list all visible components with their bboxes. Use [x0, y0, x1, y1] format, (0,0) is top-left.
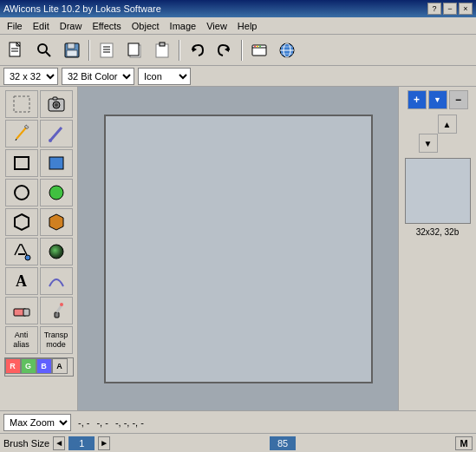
- menu-image[interactable]: Image: [165, 19, 202, 33]
- brush-m-button[interactable]: M: [455, 436, 473, 450]
- tool-row-8: [5, 297, 73, 324]
- pencil-tool[interactable]: [5, 120, 38, 147]
- icon-controls: + ▼ −: [408, 90, 468, 109]
- paste-button[interactable]: [149, 38, 175, 62]
- menu-object[interactable]: Object: [127, 19, 165, 33]
- select-tool[interactable]: [5, 90, 38, 118]
- toolbar: [0, 35, 476, 66]
- coords3: -, -, -, -: [115, 417, 144, 428]
- title-text: AWicons Lite 10.2 by Lokas Software: [3, 3, 161, 14]
- coords1: -, -: [78, 417, 89, 428]
- open-url-button[interactable]: [246, 38, 272, 62]
- bottom-area: Max Zoom 100% 200% 400% 800% -, - -, - -…: [0, 410, 476, 433]
- menu-edit[interactable]: Edit: [28, 19, 55, 33]
- curve-tool[interactable]: [40, 267, 73, 295]
- svg-point-22: [257, 45, 258, 47]
- svg-point-42: [49, 186, 63, 200]
- color-depth-select[interactable]: 32 Bit Color 24 Bit Color 256 Color 16 C…: [62, 68, 134, 85]
- nav-arrows: ▲ ▼: [419, 115, 457, 153]
- hex-outline-tool[interactable]: [5, 208, 38, 236]
- remove-icon-button[interactable]: −: [449, 90, 468, 109]
- text-tool[interactable]: A: [5, 267, 38, 295]
- icon-preview: [405, 158, 471, 224]
- brush-left-arrow[interactable]: ◄: [53, 436, 65, 450]
- brush-value[interactable]: 1: [68, 436, 95, 450]
- svg-line-51: [56, 305, 62, 312]
- new-button[interactable]: [3, 38, 29, 62]
- menu-help[interactable]: Help: [232, 19, 263, 33]
- dropdown-icon-button[interactable]: ▼: [428, 90, 447, 109]
- menu-file[interactable]: File: [2, 19, 28, 33]
- svg-point-52: [60, 303, 63, 306]
- undo-button[interactable]: [184, 38, 210, 62]
- toolbar-sep1: [88, 40, 90, 61]
- gradient-tool[interactable]: [40, 238, 73, 265]
- svg-line-37: [50, 128, 62, 141]
- svg-point-38: [49, 139, 52, 142]
- minimize-button[interactable]: −: [443, 3, 457, 15]
- toolbox: A Antialias Transpmode R G B A: [0, 87, 78, 410]
- menu-view[interactable]: View: [201, 19, 232, 33]
- tool-row-7: A: [5, 267, 73, 295]
- globe-button[interactable]: [274, 38, 300, 62]
- title-bar: AWicons Lite 10.2 by Lokas Software ? − …: [0, 0, 476, 17]
- dropper-tool[interactable]: [40, 297, 73, 324]
- coords2: -, -: [96, 417, 108, 428]
- canvas-area[interactable]: [78, 87, 398, 410]
- size-select[interactable]: 32 x 32 16 x 16 48 x 48 64 x 64: [3, 68, 58, 85]
- toolbar-sep2: [179, 40, 180, 61]
- transpmode-tool[interactable]: Transpmode: [40, 326, 73, 354]
- channel-g[interactable]: G: [21, 358, 36, 374]
- menu-draw[interactable]: Draw: [55, 19, 88, 33]
- arrow-up[interactable]: ▲: [438, 115, 457, 134]
- svg-rect-29: [14, 96, 29, 112]
- camera-tool[interactable]: [40, 90, 73, 118]
- tool-row-4: [5, 179, 73, 206]
- drawing-canvas[interactable]: [104, 115, 373, 383]
- svg-marker-44: [49, 214, 63, 230]
- channel-a[interactable]: A: [52, 358, 68, 374]
- zoom-select[interactable]: Max Zoom 100% 200% 400% 800%: [3, 414, 71, 431]
- zoom-button[interactable]: [31, 38, 57, 62]
- tool-row-9: Antialias Transpmode: [5, 326, 73, 354]
- close-button[interactable]: ×: [459, 3, 473, 15]
- copy-button[interactable]: [121, 38, 147, 62]
- svg-rect-49: [23, 309, 29, 316]
- tool-row-2: [5, 120, 73, 147]
- redo-button[interactable]: [212, 38, 238, 62]
- fill-tool[interactable]: [5, 238, 38, 265]
- help-button[interactable]: ?: [427, 3, 441, 15]
- antialias-tool[interactable]: Antialias: [5, 326, 38, 354]
- menu-effects[interactable]: Effects: [87, 19, 126, 33]
- svg-rect-16: [160, 43, 165, 46]
- svg-rect-50: [55, 312, 59, 318]
- tool-row-3: [5, 149, 73, 177]
- circle-fill-tool[interactable]: [40, 179, 73, 206]
- circle-outline-tool[interactable]: [5, 179, 38, 206]
- right-panel: + ▼ − ▲ ▼ 32x32, 32b: [398, 87, 476, 410]
- brush-bar: Brush Size ◄ 1 ► 85 M: [0, 433, 476, 452]
- channel-r[interactable]: R: [5, 358, 21, 374]
- hex-fill-tool[interactable]: [40, 208, 73, 236]
- svg-rect-7: [68, 43, 75, 49]
- svg-point-41: [15, 186, 29, 200]
- rect-fill-tool[interactable]: [40, 149, 73, 177]
- svg-rect-9: [101, 43, 113, 57]
- brush-right-value[interactable]: 85: [270, 436, 296, 450]
- color-row: R G B A: [4, 357, 74, 377]
- svg-line-34: [16, 127, 27, 139]
- toolbar-sep3: [241, 40, 243, 61]
- cut-button[interactable]: [94, 38, 120, 62]
- rect-outline-tool[interactable]: [5, 149, 38, 177]
- add-icon-button[interactable]: +: [408, 90, 427, 109]
- arrow-down[interactable]: ▼: [419, 134, 438, 153]
- save-button[interactable]: [59, 38, 85, 62]
- eraser-tool[interactable]: [5, 297, 38, 324]
- brush-tool[interactable]: [40, 120, 73, 147]
- channel-b[interactable]: B: [36, 358, 52, 374]
- svg-point-32: [55, 103, 58, 107]
- type-select[interactable]: Icon Cursor Bitmap: [138, 68, 191, 85]
- icon-preview-label: 32x32, 32b: [416, 227, 460, 237]
- brush-right-arrow[interactable]: ►: [98, 436, 110, 450]
- svg-point-21: [254, 45, 256, 47]
